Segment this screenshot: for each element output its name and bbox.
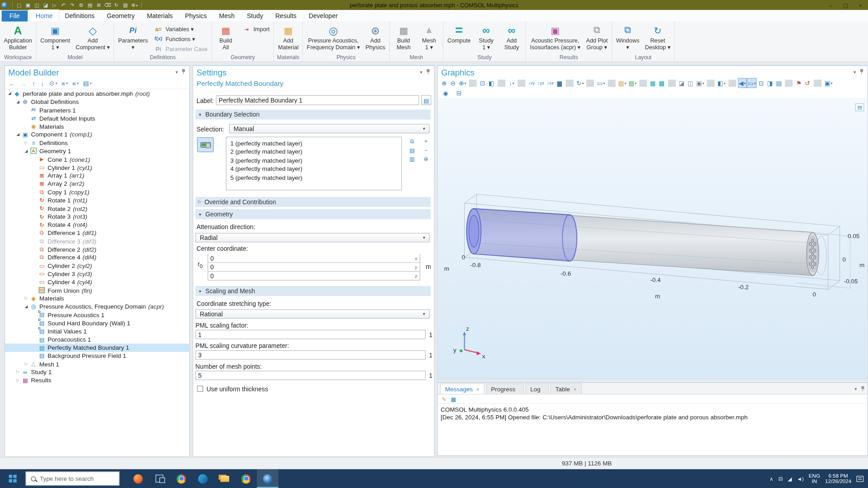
collapse-all-icon[interactable]: ≡▾ [61,80,68,87]
selection-list-item[interactable]: 5 (perfectly matched layer) [230,173,401,182]
chrome-icon-2[interactable] [235,469,257,488]
parameters-button[interactable]: Parameters ▾ [115,23,151,51]
go-to-xz-view-icon[interactable]: ↓xz [547,79,555,88]
stretching-dropdown[interactable]: Rational [195,309,429,319]
image-thumbnails-icon[interactable]: ▨▾ [628,79,637,88]
tree-item[interactable]: Cone 1 (cone1) [5,155,189,163]
menu-tab[interactable]: Materials [141,10,179,22]
tree-item[interactable]: Initial Values 1 [5,327,189,335]
parameter-input[interactable]: 1 [195,330,425,339]
reset-hiding-icon[interactable]: ↺ [804,79,812,88]
tree-item[interactable]: Array 1 (arr1) [5,172,189,180]
menu-tab[interactable]: Results [269,10,302,22]
model-tree-view-icon[interactable]: ▤▾ [83,80,92,87]
tree-item[interactable]: perforate plate and porous absorber.mph … [5,89,189,98]
zoom-to-selection-icon[interactable]: ⊕ [422,155,430,163]
tree-item[interactable]: Rotate 4 (rot4) [5,221,189,229]
compute-button[interactable]: Compute [444,23,473,51]
view-along-axis-icon[interactable]: ↓▾ [508,79,515,88]
scene-settings-icon[interactable]: ▣▾ [824,79,833,88]
duplicate-icon[interactable]: ⊞ [95,1,103,9]
tree-expander-icon[interactable] [15,132,21,137]
detach-plot-icon[interactable]: ▤ [855,103,864,111]
sep[interactable] [608,80,615,87]
maximize-button[interactable]: ▢ [838,0,853,10]
sep[interactable] [566,80,574,87]
sep[interactable] [814,80,822,87]
select-intersect-icon[interactable]: ◨ [766,79,774,88]
panel-menu-icon[interactable]: ▾ [420,70,422,75]
taskbar-search[interactable]: Type here to search [25,471,119,486]
sep[interactable] [785,80,793,87]
tree-item[interactable]: Results [5,376,189,385]
delete-icon[interactable]: ⌫ [104,1,112,9]
tree-expander-icon[interactable] [15,378,21,383]
zoom-in-icon[interactable]: ⊕ [441,79,448,88]
open-file-icon[interactable]: ▣ [24,1,32,9]
print-icon[interactable]: ⊟ [455,89,463,98]
display-icon[interactable]: ⊟ [778,475,783,481]
tree-item[interactable]: Mesh 1 [5,360,189,368]
wireframe-icon[interactable]: ◫ [687,79,694,88]
chrome-icon[interactable] [170,469,192,488]
snapshot-camera-icon[interactable]: ◉ [442,89,449,98]
copy-icon[interactable]: ⧉ [77,1,85,9]
variables-button[interactable]: Variables ▾ [151,24,210,33]
boundary-selection-section[interactable]: ▼Boundary Selection [195,109,430,119]
network-icon[interactable]: ◢ [788,475,792,481]
tree-expander-icon[interactable] [15,370,21,375]
menu-tab[interactable]: Study [241,10,269,22]
minimize-button[interactable]: – [823,0,838,10]
search-icon[interactable]: ⊕▾ [131,1,138,9]
functions-button[interactable]: Functions ▾ [151,34,210,43]
tree-item[interactable]: Materials [5,294,189,302]
tree-item[interactable]: Rotate 2 (rot2) [5,204,189,212]
menu-tab[interactable]: Mesh [213,10,241,22]
sep[interactable] [586,80,594,87]
messages-tab[interactable]: Log [525,384,549,394]
image-snapshot-icon[interactable]: ▨▾ [618,79,627,88]
tree-item[interactable]: Form Union (fin) [5,286,189,294]
add-plot-group-button[interactable]: Add Plot Group ▾ [583,23,610,51]
tree-item[interactable]: Pressure Acoustics, Frequency Domain (ac… [5,302,189,310]
pin-icon[interactable] [861,386,865,392]
file-explorer-icon[interactable] [214,469,236,488]
evaluate-table-icon[interactable]: ▩ [658,79,666,88]
tree-item[interactable]: Difference 2 (dif2) [5,245,189,253]
tree-item[interactable]: Component 1 (comp1) [5,131,189,139]
save-as-icon[interactable]: ◪ [42,1,50,9]
selection-list-item[interactable]: 4 (perfectly matched layer) [230,164,401,173]
pin-icon[interactable] [426,69,431,75]
sep[interactable] [518,80,525,87]
menu-tab[interactable]: Geometry [101,10,141,22]
sep[interactable] [668,80,676,87]
tree-expander-icon[interactable] [23,296,29,300]
tree-item[interactable]: Cylinder 3 (cyl3) [5,270,189,278]
parameter-input[interactable]: 3 [195,350,425,360]
measure-icon[interactable]: ⚑ [795,79,803,88]
coordinate-input[interactable]: 0y [208,263,420,272]
redo-icon[interactable]: ↷ [69,1,76,9]
tree-item[interactable]: Difference 3 (dif3) [5,237,189,245]
add-physics-button[interactable]: Add Physics [363,23,388,51]
sep[interactable] [728,80,736,87]
tree-item[interactable]: Study 1 [5,368,189,376]
tree-item[interactable]: Copy 1 (copy1) [5,188,189,196]
back-icon[interactable]: ← [9,80,16,87]
save-icon[interactable]: ◫ [33,1,41,9]
clock[interactable]: 6:58 PM12/26/2024 [825,473,851,484]
tray-expand-icon[interactable]: ∧ [769,475,774,481]
mesh-button[interactable]: Mesh 1 ▾ [416,23,442,51]
undo-icon[interactable]: ↶ [60,1,67,9]
tree-item[interactable]: Parameters 1 [5,106,189,114]
go-to-default-view-icon[interactable]: ◧ [488,79,495,88]
close-tab-icon[interactable]: × [573,386,576,392]
coordinate-input[interactable]: 0x [208,254,420,263]
tree-item[interactable]: Background Pressure Field 1 [5,352,189,360]
tree-item[interactable]: Sound Hard Boundary (Wall) 1 [5,319,189,327]
component-button[interactable]: Component 1 ▾ [38,23,73,51]
tree-item[interactable]: Cylinder 1 (cyl1) [5,163,189,171]
add-study-button[interactable]: Add Study [499,23,524,51]
forward-icon[interactable]: → [20,80,28,87]
sep[interactable] [469,80,476,87]
